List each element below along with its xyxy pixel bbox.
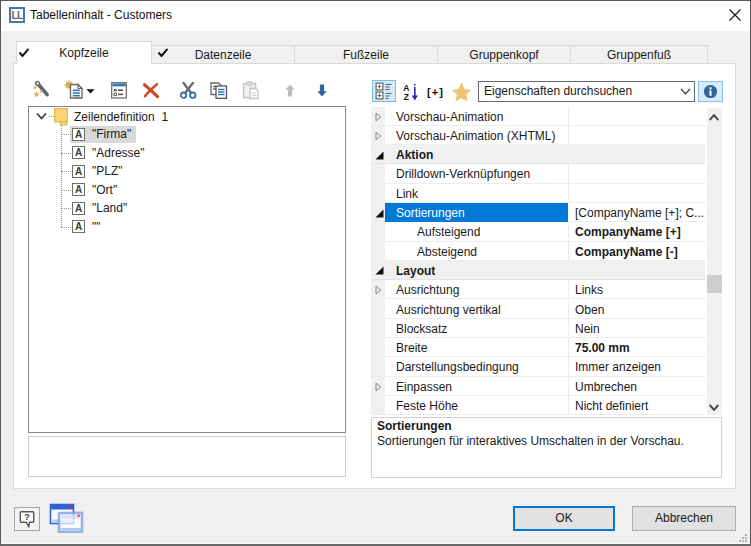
svg-text:?: ? <box>24 511 30 522</box>
svg-text:Z: Z <box>404 92 409 102</box>
